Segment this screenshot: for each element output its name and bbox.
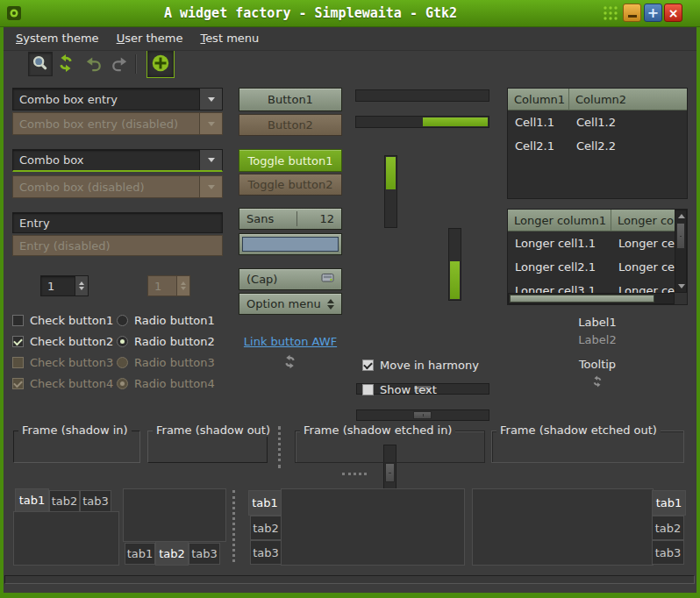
combo-box-entry[interactable]: Combo box entry bbox=[12, 88, 223, 110]
scale-handle[interactable] bbox=[413, 411, 432, 419]
scrollbar-handle[interactable] bbox=[676, 223, 685, 249]
tab-tab1[interactable]: tab1 bbox=[125, 543, 155, 565]
notebook-top-tabs: tab1 tab2 tab3 bbox=[13, 488, 119, 566]
option-menu-arrows-icon bbox=[327, 299, 334, 310]
file-chooser-icon bbox=[321, 272, 334, 287]
combo-box-disabled: Combo box (disabled) bbox=[12, 175, 223, 198]
horizontal-separator bbox=[342, 473, 367, 475]
magnifier-button[interactable] bbox=[28, 52, 53, 76]
font-button[interactable]: Sans 12 bbox=[239, 208, 342, 230]
font-size-label: 12 bbox=[319, 212, 334, 225]
file-chooser-button[interactable]: (Cap) bbox=[239, 268, 342, 290]
tab-tab3[interactable]: tab3 bbox=[80, 490, 111, 512]
column-header[interactable]: Column2 bbox=[569, 89, 687, 110]
table-row[interactable]: Longer cell3.1 Longer ce bbox=[508, 279, 675, 293]
add-icon bbox=[150, 53, 171, 76]
table-row[interactable]: Longer cell2.1 Longer ce bbox=[508, 255, 675, 279]
option-menu[interactable]: Option menu bbox=[239, 293, 342, 315]
magnifier-icon bbox=[31, 53, 50, 75]
menu-user-theme[interactable]: User theme bbox=[108, 28, 192, 48]
undo-button[interactable] bbox=[82, 52, 107, 76]
combo-box[interactable]: Combo box bbox=[12, 149, 223, 172]
combo-box-value: Combo box bbox=[13, 153, 199, 167]
close-button[interactable]: × bbox=[664, 4, 682, 22]
radio-button-2[interactable]: Radio button2 bbox=[117, 334, 215, 349]
column-header[interactable]: Column1 bbox=[508, 89, 569, 110]
scrollbar-handle[interactable] bbox=[385, 463, 395, 482]
vertical-scrollbar[interactable] bbox=[675, 210, 687, 293]
spinbutton-arrows[interactable] bbox=[75, 276, 88, 295]
label2: Label2 bbox=[507, 333, 688, 346]
tab-tab3[interactable]: tab3 bbox=[189, 543, 220, 565]
vertical-scale-1-fill bbox=[386, 157, 396, 189]
text-entry[interactable]: Entry bbox=[12, 212, 223, 233]
tab-tab1[interactable]: tab1 bbox=[652, 490, 686, 516]
titlebar-dots-icon[interactable] bbox=[603, 5, 618, 24]
button1-label: Button1 bbox=[268, 93, 313, 106]
treeview-2[interactable]: Longer column1 Longer co Longer cell1.1 … bbox=[507, 209, 688, 305]
progressbar-2 bbox=[355, 116, 489, 128]
frame-shadow-in: Frame (shadow in) bbox=[13, 431, 140, 463]
toggle-button-1[interactable]: Toggle button1 bbox=[239, 149, 342, 172]
check-button-2[interactable]: Check button2 bbox=[12, 334, 113, 349]
button2: Button2 bbox=[239, 114, 342, 136]
minimize-icon bbox=[628, 15, 637, 18]
table-row[interactable]: Longer cell1.1 Longer ce bbox=[508, 231, 675, 255]
column-header[interactable]: Longer co bbox=[611, 210, 675, 231]
tab-tab1[interactable]: tab1 bbox=[248, 490, 282, 516]
check-button-4: Check button4 bbox=[12, 376, 113, 391]
progressbar-2-fill bbox=[423, 117, 489, 126]
frame-label: Frame (shadow out) bbox=[153, 424, 274, 437]
label1: Label1 bbox=[507, 316, 688, 329]
text-entry-disabled-value: Entry (disabled) bbox=[13, 239, 222, 253]
text-entry-value: Entry bbox=[13, 217, 222, 230]
tab-tab3[interactable]: tab3 bbox=[250, 540, 282, 565]
add-button[interactable] bbox=[146, 50, 175, 78]
button1[interactable]: Button1 bbox=[239, 88, 342, 111]
tab-tab2[interactable]: tab2 bbox=[155, 541, 189, 566]
menubar: System theme User theme Test menu bbox=[0, 26, 700, 51]
move-in-harmony-check[interactable]: Move in harmony bbox=[362, 358, 479, 373]
treeview-1[interactable]: Column1 Column2 Cell1.1 Cell1.2 Cell2.1 … bbox=[507, 88, 688, 199]
table-row[interactable]: Cell1.1 Cell1.2 bbox=[508, 110, 687, 134]
table-row[interactable]: Cell2.1 Cell2.2 bbox=[508, 134, 687, 158]
vertical-scale-1[interactable] bbox=[384, 155, 397, 228]
combo-box-arrow[interactable] bbox=[199, 150, 222, 170]
tab-tab2[interactable]: tab2 bbox=[49, 490, 80, 512]
toggle-button-1-label: Toggle button1 bbox=[247, 154, 332, 167]
link-button[interactable]: Link button AWF bbox=[239, 335, 342, 348]
progressbar-1 bbox=[355, 89, 489, 102]
checkbox-icon bbox=[12, 378, 24, 389]
refresh-button[interactable] bbox=[54, 52, 78, 76]
scroll-down-icon[interactable] bbox=[678, 284, 685, 288]
show-text-check[interactable]: Show text bbox=[362, 382, 437, 397]
check-button-1[interactable]: Check button1 bbox=[12, 313, 113, 328]
column-header[interactable]: Longer column1 bbox=[508, 210, 611, 231]
menu-system-theme[interactable]: System theme bbox=[7, 28, 108, 48]
menu-test-menu[interactable]: Test menu bbox=[191, 28, 268, 48]
tab-tab2[interactable]: tab2 bbox=[250, 516, 282, 540]
tab-tab3[interactable]: tab3 bbox=[652, 540, 684, 565]
option-menu-label: Option menu bbox=[246, 297, 321, 310]
tab-tab1[interactable]: tab1 bbox=[15, 488, 49, 512]
combo-box-entry-value: Combo box entry bbox=[13, 93, 199, 106]
redo-button[interactable] bbox=[106, 52, 131, 76]
minimize-button[interactable] bbox=[623, 4, 641, 22]
vertical-scale-2[interactable] bbox=[448, 228, 461, 301]
maximize-button[interactable]: + bbox=[644, 4, 662, 22]
combo-box-entry-arrow[interactable] bbox=[199, 89, 222, 110]
radio-icon bbox=[117, 378, 128, 389]
notebook-page bbox=[123, 488, 226, 542]
scrollbar-handle[interactable] bbox=[510, 295, 654, 303]
horizontal-scale-2[interactable] bbox=[356, 409, 489, 421]
font-family-label: Sans bbox=[246, 212, 274, 225]
scroll-up-icon[interactable] bbox=[678, 214, 685, 218]
tab-tab2[interactable]: tab2 bbox=[652, 516, 684, 540]
close-icon: × bbox=[668, 6, 679, 20]
color-button[interactable] bbox=[239, 233, 342, 255]
titlebar[interactable]: A widget factory - Simplewaita - Gtk2 + … bbox=[0, 0, 700, 27]
spinbutton[interactable]: 1 bbox=[40, 275, 89, 296]
horizontal-scrollbar[interactable] bbox=[508, 293, 675, 304]
notebook-bottom-tabs: tab1 tab2 tab3 bbox=[123, 488, 226, 566]
radio-button-1[interactable]: Radio button1 bbox=[117, 313, 215, 328]
